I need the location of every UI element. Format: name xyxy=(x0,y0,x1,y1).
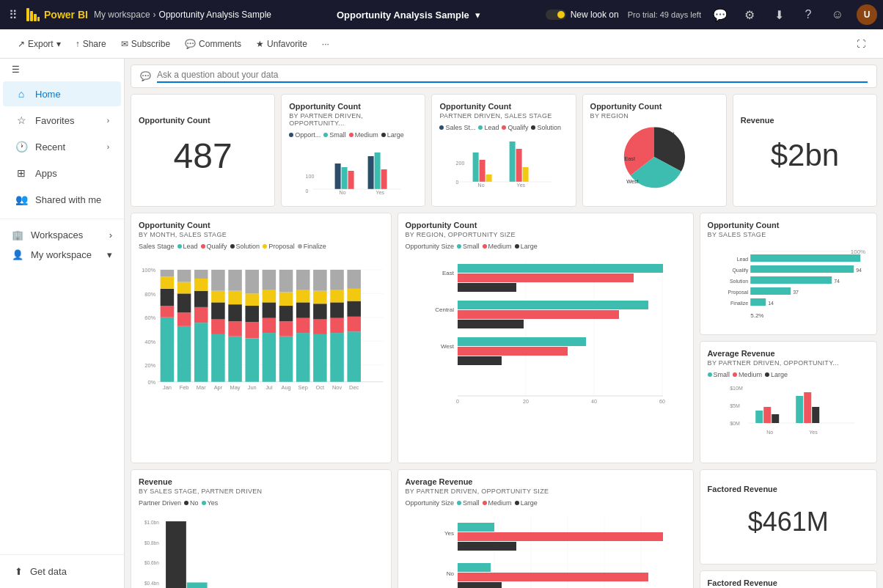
region-size-chart: 0 20 40 60 East Central xyxy=(406,253,686,407)
svg-text:20%: 20% xyxy=(144,362,155,369)
share-button[interactable]: ↑ Share xyxy=(70,36,112,52)
svg-text:0: 0 xyxy=(456,399,459,404)
qa-bar[interactable]: 💬 xyxy=(131,65,877,88)
svg-text:$0M: $0M xyxy=(730,421,740,426)
svg-rect-77 xyxy=(279,321,293,336)
comments-label: Comments xyxy=(199,39,241,49)
sidebar-item-favorites[interactable]: ☆ Favorites › xyxy=(3,108,121,133)
svg-rect-74 xyxy=(263,290,276,303)
fullscreen-button[interactable]: ⛶ xyxy=(851,36,871,52)
svg-rect-158 xyxy=(796,396,803,423)
sidebar-item-home[interactable]: ⌂ Home xyxy=(3,81,121,106)
svg-text:Central: Central xyxy=(435,306,454,313)
sidebar-item-shared[interactable]: 👥 Shared with me xyxy=(3,187,121,212)
sidebar-item-recent[interactable]: 🕐 Recent › xyxy=(3,134,121,159)
more-options-button[interactable]: ··· xyxy=(316,36,335,52)
svg-text:West: West xyxy=(626,178,638,185)
svg-text:200: 200 xyxy=(456,161,465,166)
toggle-pill xyxy=(546,10,566,20)
svg-text:Jun: Jun xyxy=(248,384,257,391)
svg-rect-57 xyxy=(211,320,225,334)
nav-center: Opportunity Analysis Sample ▾ xyxy=(277,10,540,21)
svg-text:37: 37 xyxy=(793,290,799,295)
svg-rect-59 xyxy=(211,291,225,303)
export-chevron: ▾ xyxy=(56,39,61,49)
svg-text:80%: 80% xyxy=(144,291,155,298)
sidebar-bottom: ⬆ Get data xyxy=(0,554,124,588)
svg-text:No: No xyxy=(340,190,346,195)
sidebar-collapse-toggle[interactable]: ☰ xyxy=(0,59,124,81)
svg-rect-72 xyxy=(263,318,276,333)
opp-count-partner-legend: Opport... Small Medium Large xyxy=(289,131,417,139)
svg-rect-138 xyxy=(750,265,854,273)
breadcrumb: My workspace › Opportunity Analysis Samp… xyxy=(94,10,271,20)
download-icon[interactable]: ⬇ xyxy=(769,4,789,25)
svg-rect-128 xyxy=(458,320,524,328)
opp-count-partner-card: Opportunity Count BY PARTNER DRIVEN, OPP… xyxy=(281,94,425,207)
help-icon[interactable]: ? xyxy=(798,4,818,25)
subscribe-button[interactable]: ✉ Subscribe xyxy=(115,36,176,52)
svg-rect-203 xyxy=(458,582,502,588)
svg-rect-21 xyxy=(510,142,516,182)
opp-count-title: Opportunity Count xyxy=(139,116,267,125)
svg-rect-100 xyxy=(347,270,361,289)
revenue-sales-stage-subtitle: BY SALES STAGE, PARTNER DRIVEN xyxy=(139,488,384,495)
revenue-sales-stage-card: Revenue BY SALES STAGE, PARTNER DRIVEN P… xyxy=(131,469,392,588)
share-label: Share xyxy=(83,39,106,49)
svg-rect-91 xyxy=(330,333,344,382)
svg-text:0%: 0% xyxy=(147,379,155,386)
chevron-down-icon[interactable]: ▾ xyxy=(475,10,480,21)
svg-rect-48 xyxy=(177,293,191,312)
opp-count-region-card: Opportunity Count BY REGION Central East… xyxy=(582,94,727,207)
sidebar-myworkspace-header[interactable]: 👤 My workspace ▾ xyxy=(0,245,124,265)
avg-revenue-chart: $10M $5M $0M No xyxy=(708,381,869,440)
feedback-icon[interactable]: ☺ xyxy=(827,4,848,25)
svg-rect-201 xyxy=(458,563,491,572)
svg-text:Yes: Yes xyxy=(444,530,454,537)
unfavorite-button[interactable]: ★ Unfavorite xyxy=(250,36,313,52)
svg-text:East: East xyxy=(442,270,455,276)
svg-rect-23 xyxy=(523,167,529,182)
svg-rect-132 xyxy=(458,356,502,365)
qa-input[interactable] xyxy=(157,70,868,83)
new-look-toggle[interactable]: New look on xyxy=(546,10,619,20)
svg-rect-198 xyxy=(458,532,663,541)
opp-count-month-title: Opportunity Count xyxy=(139,221,384,229)
svg-rect-73 xyxy=(263,302,276,317)
svg-text:Yes: Yes xyxy=(376,190,385,195)
unfavorite-label: Unfavorite xyxy=(267,39,307,49)
opp-count-sales-subtitle: PARTNER DRIVEN, SALES STAGE xyxy=(439,112,568,120)
factored-revenue-title: Factored Revenue xyxy=(708,485,869,493)
svg-text:Dec: Dec xyxy=(349,384,359,391)
get-data-button[interactable]: ⬆ Get data xyxy=(9,562,115,581)
settings-icon[interactable]: ⚙ xyxy=(739,4,760,25)
workspaces-label: Workspaces xyxy=(31,229,83,240)
svg-text:5.2%: 5.2% xyxy=(750,312,763,319)
favorites-label: Favorites xyxy=(35,115,74,126)
svg-text:Mar: Mar xyxy=(197,384,206,391)
svg-text:Yes: Yes xyxy=(809,430,818,435)
comments-button[interactable]: 💬 Comments xyxy=(179,36,247,52)
avatar[interactable]: U xyxy=(857,4,877,25)
svg-rect-46 xyxy=(177,326,191,382)
notifications-icon[interactable]: 💬 xyxy=(710,4,730,25)
export-label: Export xyxy=(28,39,54,49)
export-button[interactable]: ↗ Export ▾ xyxy=(12,36,67,52)
pro-trial-badge: Pro trial: 49 days left xyxy=(628,10,701,19)
hamburger-menu[interactable]: ⠿ xyxy=(6,5,21,25)
svg-rect-199 xyxy=(458,542,516,551)
workspace-link[interactable]: My workspace xyxy=(94,10,150,20)
svg-text:74: 74 xyxy=(834,279,840,284)
svg-rect-98 xyxy=(347,301,361,317)
svg-rect-76 xyxy=(279,337,293,382)
svg-rect-2 xyxy=(34,14,37,21)
sidebar-item-apps[interactable]: ⊞ Apps xyxy=(3,161,121,185)
svg-rect-22 xyxy=(516,149,522,182)
svg-rect-92 xyxy=(330,318,344,333)
sidebar-workspaces-header[interactable]: 🏢 Workspaces › xyxy=(0,225,124,245)
svg-text:0: 0 xyxy=(456,180,459,185)
opp-count-sales-pct-subtitle: BY SALES STAGE xyxy=(708,231,869,238)
svg-rect-61 xyxy=(228,337,242,382)
comments-icon: 💬 xyxy=(185,39,196,49)
share-icon: ↑ xyxy=(76,39,80,49)
